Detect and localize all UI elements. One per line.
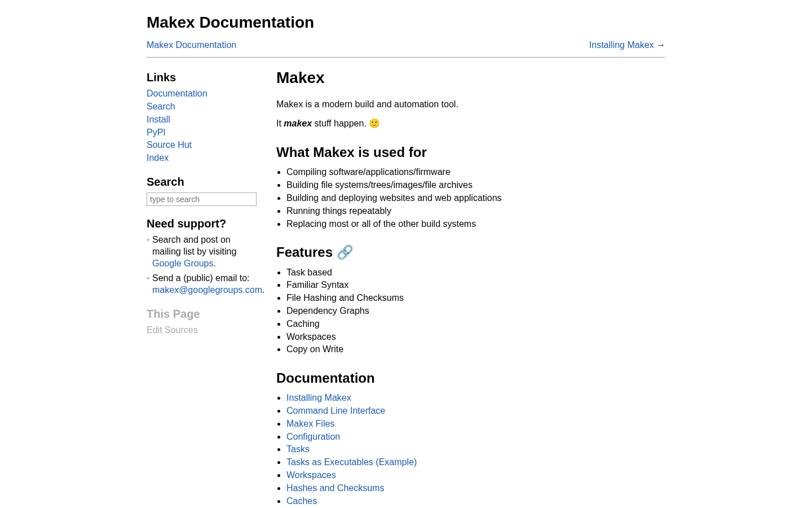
support-text: Search and post on mailing list by visit… bbox=[152, 235, 236, 256]
list-item: Command Line Interface bbox=[286, 405, 665, 417]
sidebar-link-pypi[interactable]: PyPI bbox=[147, 127, 259, 139]
list-item: Building and deploying websites and web … bbox=[286, 192, 665, 204]
links-list: Documentation Search Install PyPI Source… bbox=[147, 88, 259, 164]
email-link[interactable]: makex@googlegroups.com bbox=[152, 285, 262, 295]
sidebar-link-search[interactable]: Search bbox=[147, 101, 259, 113]
doc-link[interactable]: Workspaces bbox=[286, 470, 336, 480]
this-page-heading: This Page bbox=[147, 306, 259, 321]
list-item: Dependency Graphs bbox=[286, 305, 665, 317]
sidebar-link-documentation[interactable]: Documentation bbox=[147, 88, 259, 100]
list-item: Hashes and Checksums bbox=[286, 483, 665, 494]
relbar: Makex Documentation Installing Makex → bbox=[147, 37, 665, 58]
list-item: Makex Files bbox=[286, 418, 665, 430]
features-heading: Features 🔗 bbox=[276, 243, 665, 261]
edit-sources-link[interactable]: Edit Sources bbox=[147, 325, 259, 336]
sidebar-link-install[interactable]: Install bbox=[147, 114, 259, 126]
list-item: Tasks as Executables (Example) bbox=[286, 457, 665, 468]
search-heading: Search bbox=[147, 174, 259, 189]
list-item: Familiar Syntax bbox=[286, 279, 665, 291]
support-item: Search and post on mailing list by visit… bbox=[147, 234, 259, 269]
links-heading: Links bbox=[147, 70, 259, 85]
list-item: Copy on Write bbox=[286, 344, 665, 356]
arrow-right-icon: → bbox=[654, 40, 665, 50]
features-list: Task based Familiar Syntax File Hashing … bbox=[286, 267, 665, 356]
page-title: Makex bbox=[276, 68, 665, 88]
doc-link[interactable]: Hashes and Checksums bbox=[286, 483, 384, 493]
list-item: Compiling software/applications/firmware bbox=[286, 167, 665, 178]
usedfor-heading: What Makex is used for bbox=[276, 143, 665, 161]
doc-link[interactable]: Caches bbox=[286, 496, 317, 506]
list-item: Configuration bbox=[286, 431, 665, 443]
search-input[interactable] bbox=[147, 192, 257, 206]
list-item: Caches bbox=[286, 496, 665, 507]
doc-link[interactable]: Command Line Interface bbox=[286, 406, 385, 415]
emphasis: makex bbox=[284, 119, 312, 128]
support-item: Send a (public) email to: makex@googlegr… bbox=[147, 273, 259, 296]
docs-list: Installing Makex Command Line Interface … bbox=[286, 392, 665, 508]
breadcrumb[interactable]: Makex Documentation bbox=[147, 40, 236, 51]
sidebar-link-index[interactable]: Index bbox=[147, 152, 259, 164]
sidebar: Links Documentation Search Install PyPI … bbox=[147, 60, 259, 508]
list-item: Caching bbox=[286, 318, 665, 330]
sidebar-link-sourcehut[interactable]: Source Hut bbox=[147, 139, 259, 151]
intro-paragraph: Makex is a modern build and automation t… bbox=[276, 99, 665, 111]
next-nav: Installing Makex → bbox=[589, 40, 665, 51]
google-groups-link[interactable]: Google Groups bbox=[152, 259, 214, 268]
list-item: Tasks bbox=[286, 444, 665, 456]
list-item: File Hashing and Checksums bbox=[286, 292, 665, 304]
list-item: Workspaces bbox=[286, 331, 665, 343]
list-item: Running things repeatably bbox=[286, 205, 665, 217]
support-heading: Need support? bbox=[147, 216, 259, 231]
site-title: Makex Documentation bbox=[147, 12, 665, 33]
doc-link[interactable]: Configuration bbox=[286, 432, 340, 441]
next-link[interactable]: Installing Makex bbox=[589, 40, 654, 50]
docs-heading: Documentation bbox=[276, 369, 665, 387]
list-item: Replacing most or all of the other build… bbox=[286, 218, 665, 230]
list-item: Building file systems/trees/images/file … bbox=[286, 179, 665, 191]
usedfor-list: Compiling software/applications/firmware… bbox=[286, 167, 665, 230]
tagline: It makex stuff happen. 🙂 bbox=[276, 118, 665, 130]
main-content: Makex Makex is a modern build and automa… bbox=[276, 60, 665, 508]
list-item: Workspaces bbox=[286, 470, 665, 481]
doc-link[interactable]: Tasks bbox=[286, 444, 310, 454]
list-item: Task based bbox=[286, 267, 665, 279]
support-text: Send a (public) email to: bbox=[152, 273, 250, 283]
list-item: Installing Makex bbox=[286, 392, 665, 404]
doc-link[interactable]: Installing Makex bbox=[286, 393, 351, 402]
doc-link[interactable]: Makex Files bbox=[286, 419, 334, 428]
doc-link[interactable]: Tasks as Executables (Example) bbox=[286, 457, 417, 467]
